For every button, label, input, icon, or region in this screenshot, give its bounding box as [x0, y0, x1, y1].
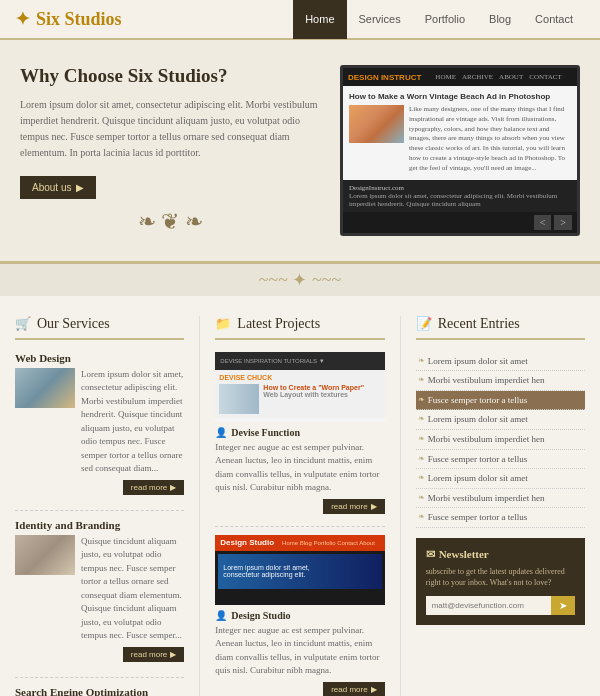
slide-nav: < >	[343, 212, 577, 233]
nav-item-portfolio[interactable]: Portfolio	[413, 0, 477, 39]
recent-title-text: Recent Entries	[438, 316, 520, 332]
hero-divider: ~~~ ✦ ~~~	[0, 264, 600, 296]
slide-title: How to Make a Worn Vintage Beach Ad in P…	[349, 92, 571, 101]
logo-text: Six Studios	[36, 9, 122, 30]
project-mini-text: How to Create a "Worn Paper" Web Layout …	[263, 384, 364, 414]
service-divider	[15, 677, 184, 678]
service-text: Lorem ipsum dolor sit amet, consectetur …	[81, 368, 184, 476]
logo: ✦ Six Studios	[15, 8, 122, 30]
newsletter-icon: ✉	[426, 548, 435, 561]
service-text: Quisque tincidunt aliquam justo, eu volu…	[81, 535, 184, 643]
read-more-row: read more ▶	[15, 647, 184, 662]
project2-image: Lorem ipsum dolor sit amet,consectetur a…	[218, 554, 381, 589]
read-more-label: read more	[131, 483, 167, 492]
read-more-arrow: ▶	[170, 483, 176, 492]
project-mini-image	[219, 384, 259, 414]
project-read-more-button[interactable]: read more ▶	[323, 499, 384, 514]
service-item: Search Engine Optimization Quisque tinci…	[15, 686, 184, 696]
hero-title: Why Choose Six Studios?	[20, 65, 320, 87]
read-more-label: read more	[331, 502, 367, 511]
recent-title: 📝 Recent Entries	[416, 316, 585, 340]
project-screenshot: Design Studio Home Blog Portfolio Contac…	[215, 535, 384, 605]
list-item[interactable]: Fusce semper tortor a tellus	[416, 508, 585, 528]
project2-site-name: Design Studio	[220, 538, 274, 547]
hero-slideshow: DESIGN INSTRUCT HOME ARCHIVE ABOUT CONTA…	[340, 65, 580, 236]
project2-bar: Design Studio Home Blog Portfolio Contac…	[215, 535, 384, 551]
footer-text: Lorem ipsum dolor sit amet, consectetur …	[349, 192, 571, 208]
project2-tagline: Lorem ipsum dolor sit amet,consectetur a…	[223, 564, 309, 578]
project-item: Design Studio Home Blog Portfolio Contac…	[215, 535, 384, 696]
read-more-label: read more	[131, 650, 167, 659]
project-mini-content: DEVISE CHUCK How to Create a "Worn Paper…	[215, 370, 384, 418]
arrow-icon: ▶	[371, 685, 377, 694]
service-body: Lorem ipsum dolor sit amet, consectetur …	[15, 368, 184, 476]
newsletter-input-row: ➤	[426, 596, 575, 615]
services-section: 🛒 Our Services Web Design Lorem ipsum do…	[15, 316, 200, 696]
slideshow-footer: DesignInstruct.com Lorem ipsum dolor sit…	[343, 180, 577, 212]
project-title: 👤 Devise Function	[215, 427, 384, 438]
read-more-label: read more	[331, 685, 367, 694]
list-item[interactable]: Lorem ipsum dolor sit amet	[416, 410, 585, 430]
project-body: Integer nec augue ac est semper pulvinar…	[215, 624, 384, 678]
services-title-text: Our Services	[37, 316, 110, 332]
about-us-button[interactable]: About us ▶	[20, 176, 96, 199]
project2-content: Lorem ipsum dolor sit amet,consectetur a…	[215, 551, 384, 601]
service-item: Web Design Lorem ipsum dolor sit amet, c…	[15, 352, 184, 495]
hero-body: Lorem ipsum dolor sit amet, consectetur …	[20, 97, 320, 161]
read-more-button[interactable]: read more ▶	[123, 647, 184, 662]
slideshow-frame: DESIGN INSTRUCT HOME ARCHIVE ABOUT CONTA…	[340, 65, 580, 236]
read-more-button[interactable]: read more ▶	[123, 480, 184, 495]
list-item[interactable]: Lorem ipsum dolor sit amet	[416, 469, 585, 489]
service-title: Search Engine Optimization	[15, 686, 184, 696]
services-icon: 🛒	[15, 316, 31, 332]
slide-prev-button[interactable]: <	[534, 215, 552, 230]
nav-item-home[interactable]: Home	[293, 0, 346, 39]
recent-list: Lorem ipsum dolor sit amet Morbi vestibu…	[416, 352, 585, 528]
project2-nav: Home Blog Portfolio Contact About	[282, 540, 375, 546]
list-item[interactable]: Morbi vestibulum imperdiet hen	[416, 430, 585, 450]
header: ✦ Six Studios Home Services Portfolio Bl…	[0, 0, 600, 40]
hero-left: Why Choose Six Studios? Lorem ipsum dolo…	[20, 65, 320, 235]
project-mini-title: DEVISE CHUCK	[219, 374, 380, 381]
service-image	[15, 535, 75, 575]
list-item-highlighted[interactable]: Fusce semper tortor a tellus	[416, 391, 585, 411]
nav-item-services[interactable]: Services	[347, 0, 413, 39]
project-item: DEVISE INSPIRATION TUTORIALS ▼ DEVISE CH…	[215, 352, 384, 514]
arrow-icon: ▶	[76, 182, 84, 193]
slide-image	[349, 105, 404, 143]
about-us-label: About us	[32, 182, 71, 193]
logo-icon: ✦	[15, 8, 30, 30]
project-title-icon: 👤	[215, 427, 227, 438]
read-more-row: read more ▶	[215, 499, 384, 514]
nav-item-contact[interactable]: Contact	[523, 0, 585, 39]
newsletter-title-text: Newsletter	[439, 548, 489, 560]
list-item[interactable]: Morbi vestibulum imperdiet hen	[416, 489, 585, 509]
main-nav: Home Services Portfolio Blog Contact	[293, 0, 585, 39]
arrow-icon: ▶	[371, 502, 377, 511]
service-divider	[15, 510, 184, 511]
slideshow-content: How to Make a Worn Vintage Beach Ad in P…	[343, 86, 577, 180]
main-content: 🛒 Our Services Web Design Lorem ipsum do…	[0, 296, 600, 696]
project-title: 👤 Design Studio	[215, 610, 384, 621]
list-item[interactable]: Morbi vestibulum imperdiet hen	[416, 371, 585, 391]
slide-next-button[interactable]: >	[554, 215, 572, 230]
slideshow-site-name: DESIGN INSTRUCT	[348, 73, 421, 82]
project-title-icon: 👤	[215, 610, 227, 621]
projects-title: 📁 Latest Projects	[215, 316, 384, 340]
list-item[interactable]: Fusce semper tortor a tellus	[416, 450, 585, 470]
project-paper-sub: Web Layout with textures	[263, 391, 364, 398]
project-screenshot: DEVISE INSPIRATION TUTORIALS ▼ DEVISE CH…	[215, 352, 384, 422]
newsletter-body: subscribe to get the latest updates deli…	[426, 566, 575, 588]
newsletter-email-input[interactable]	[426, 596, 551, 615]
project-mini-body: How to Create a "Worn Paper" Web Layout …	[219, 384, 380, 414]
list-item[interactable]: Lorem ipsum dolor sit amet	[416, 352, 585, 372]
service-item: Identity and Branding Quisque tincidunt …	[15, 519, 184, 662]
read-more-row: read more ▶	[15, 480, 184, 495]
newsletter-submit-button[interactable]: ➤	[551, 596, 575, 615]
project-body: Integer nec augue ac est semper pulvinar…	[215, 441, 384, 495]
nav-item-blog[interactable]: Blog	[477, 0, 523, 39]
project-divider	[215, 526, 384, 527]
newsletter-box: ✉ Newsletter subscribe to get the latest…	[416, 538, 585, 625]
project-read-more-button[interactable]: read more ▶	[323, 682, 384, 696]
project-mini-nav: DEVISE INSPIRATION TUTORIALS ▼	[220, 358, 324, 364]
